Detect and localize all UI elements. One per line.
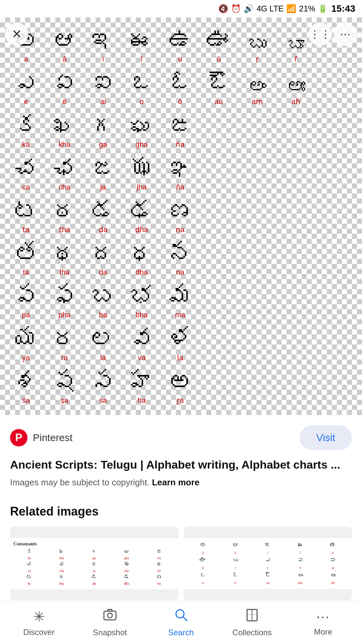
related-images-title: Related images: [10, 504, 352, 519]
signal-icon: 📶: [286, 4, 296, 13]
info-section: P Pinterest Visit Ancient Scripts: Telug…: [0, 415, 362, 495]
discover-label: Discover: [23, 628, 54, 637]
char-dha: ధdha: [122, 239, 161, 278]
char-va: వva: [122, 324, 161, 364]
battery-icon: 🔋: [318, 4, 328, 13]
consonant-row-pa: పpa ఫpha బba భbha మma: [3, 280, 359, 323]
char-ii: ఈ ī: [122, 26, 161, 65]
char-au: ఔ au: [199, 68, 238, 108]
related-image-2[interactable]: అa ఆā ఇi ఈī ఉu ఊū బుṛ ఎe ఏē ఐai ఒo ఓō ఔa…: [184, 527, 352, 600]
char-ttha: ఠṭha: [45, 197, 84, 236]
char-jha: ఝjha: [122, 154, 161, 193]
collections-label: Collections: [232, 628, 272, 637]
related-image-1[interactable]: Consonants కka ఖkha గga ఘgha ఙṅa చca ఛch…: [10, 527, 178, 600]
char-tta: టṭa: [7, 197, 45, 236]
char-uu: ఊ ū: [199, 26, 238, 65]
volume-icon: 🔊: [244, 4, 254, 13]
telugu-alphabet-grid: అ a ఆ ā ఇ i ఈ ī ఉ u ఊ ū: [0, 17, 362, 415]
char-dda: డḍa: [84, 197, 122, 236]
consonant-row-ya: యya రra లla వva ళḷa: [3, 323, 359, 365]
char-ya: యya: [7, 324, 45, 364]
battery-label: 21%: [299, 4, 315, 13]
char-ssa: షṣa: [45, 367, 84, 407]
source-row: P Pinterest Visit: [10, 425, 352, 450]
pinterest-logo: P: [10, 429, 27, 446]
network-label: 4G LTE: [256, 4, 284, 13]
bottom-nav: ✳ Discover Snapshot Search: [0, 601, 362, 644]
char-aa: ఆ ā: [45, 26, 84, 65]
char-o: ఒ o: [122, 68, 161, 108]
char-nga: ఙṅa: [161, 111, 199, 150]
nav-snapshot[interactable]: Snapshot: [83, 608, 137, 637]
collections-icon: [245, 608, 259, 625]
status-bar: 🔇 ⏰ 🔊 4G LTE 📶 21% 🔋 15:43: [0, 0, 362, 17]
nav-more[interactable]: ··· More: [296, 608, 350, 637]
copyright-label: Images may be subject to copyright.: [10, 477, 149, 487]
char-sa: సsa: [84, 367, 122, 407]
char-ee: ఏ ē: [45, 68, 84, 108]
char-tha: థtha: [45, 239, 84, 278]
more-icon: ⋯: [340, 28, 351, 41]
source-left: P Pinterest: [10, 429, 72, 446]
vowels-row-1: అ a ఆ ā ఇ i ఈ ī ఉ u ఊ ū: [3, 24, 359, 67]
nav-discover[interactable]: ✳ Discover: [12, 608, 66, 637]
consonant-row-ta-retro: టṭa ఠṭha డḍa ఢḍha ణṇa: [3, 195, 359, 237]
more-options-button[interactable]: ⋯: [334, 22, 357, 46]
alarm-icon: ⏰: [231, 4, 241, 13]
char-rra: ఱṟa: [161, 367, 199, 407]
svg-point-1: [108, 613, 112, 618]
source-name: Pinterest: [33, 432, 72, 443]
char-ru: బు ṛ: [238, 32, 277, 65]
char-bha: భbha: [122, 282, 161, 321]
snapshot-icon: [103, 608, 117, 625]
char-oo: ఓ ō: [161, 68, 199, 108]
search-icon: [174, 608, 188, 625]
consonant-row-ca: చca ఛcha జja ఝjha ఞña: [3, 152, 359, 195]
char-ah: అః aḥ: [277, 75, 315, 108]
share-button[interactable]: ⋮⋮: [308, 22, 332, 46]
discover-icon: ✳: [33, 608, 45, 625]
share-icon: ⋮⋮: [309, 28, 331, 41]
status-time: 15:43: [331, 3, 355, 14]
char-nya: ఞña: [161, 154, 199, 193]
learn-more-link[interactable]: Learn more: [152, 477, 199, 487]
char-ka: కka: [7, 111, 45, 150]
char-ta: తta: [7, 239, 45, 278]
image-title: Ancient Scripts: Telugu | Alphabet writi…: [10, 457, 352, 473]
char-pha: ఫpha: [45, 282, 84, 321]
nav-collections[interactable]: Collections: [225, 608, 279, 637]
char-ba: బba: [84, 282, 122, 321]
svg-rect-0: [104, 611, 116, 620]
char-la: లla: [84, 324, 122, 364]
char-ra: రra: [45, 324, 84, 364]
consonant-row-ta-dental: తta థtha దda ధdha నna: [3, 237, 359, 280]
char-ha: హha: [122, 367, 161, 407]
char-kha: ఖkha: [45, 111, 84, 150]
more-icon: ···: [316, 608, 330, 625]
char-ga: గga: [84, 111, 122, 150]
char-cha: ఛcha: [45, 154, 84, 193]
char-ai: ఐ ai: [84, 68, 122, 108]
mute-icon: 🔇: [218, 4, 228, 13]
visit-button[interactable]: Visit: [300, 425, 352, 450]
char-ma: మma: [161, 282, 199, 321]
char-pa: పpa: [7, 282, 45, 321]
consonant-row-ka: కka ఖkha గga ఘgha ఙṅa: [3, 109, 359, 152]
char-u: ఉ u: [161, 26, 199, 65]
related-images-row: Consonants కka ఖkha గga ఘgha ఙṅa చca ఛch…: [10, 527, 352, 600]
nav-search[interactable]: Search: [154, 608, 208, 637]
copyright-text: Images may be subject to copyright. Lear…: [10, 477, 352, 488]
char-ja: జja: [84, 154, 122, 193]
close-button[interactable]: ✕: [5, 22, 28, 46]
char-da: దda: [84, 239, 122, 278]
search-label: Search: [168, 628, 194, 637]
snapshot-label: Snapshot: [93, 628, 127, 637]
char-ddha: ఢḍha: [122, 197, 161, 236]
char-na: నna: [161, 239, 199, 278]
char-i: ఇ i: [84, 26, 122, 65]
close-icon: ✕: [12, 27, 22, 41]
char-am: అం aṃ: [238, 75, 277, 108]
char-sha: శśa: [7, 367, 45, 407]
related-images-section: Related images Consonants కka ఖkha గga ఘ…: [0, 494, 362, 607]
consonant-row-sha: శśa షṣa సsa హha ఱṟa: [3, 366, 359, 408]
